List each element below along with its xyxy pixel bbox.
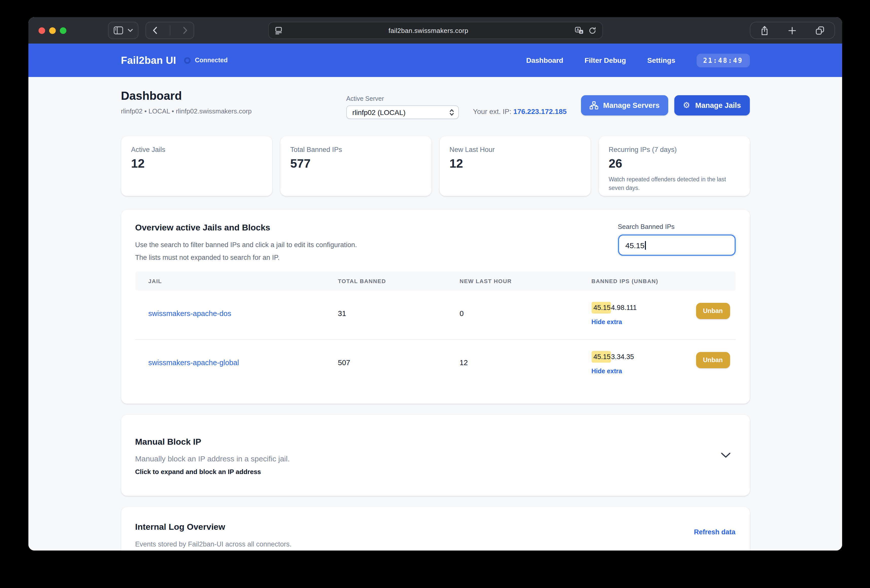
browser-window: fail2ban.swissmakers.corp A a bbox=[28, 17, 842, 551]
page-format-icon[interactable] bbox=[274, 27, 282, 34]
sidebar-icon[interactable] bbox=[113, 26, 123, 34]
table-row: swissmakers-apache-global 507 12 45.153.… bbox=[135, 340, 735, 389]
translate-icon[interactable]: A a bbox=[575, 27, 583, 34]
nav-filter-debug[interactable]: Filter Debug bbox=[585, 56, 626, 64]
new-last-hour-value: 12 bbox=[460, 352, 591, 375]
stat-card-total-banned: Total Banned IPs 577 bbox=[280, 136, 431, 196]
manual-block-card[interactable]: Manual Block IP Manually block an IP add… bbox=[121, 415, 749, 496]
total-banned-value: 507 bbox=[338, 352, 460, 375]
refresh-data-link[interactable]: Refresh data bbox=[694, 528, 735, 536]
page-title-block: Dashboard rlinfp02 • LOCAL • rlinfp02.sw… bbox=[121, 89, 252, 115]
page-title: Dashboard bbox=[121, 89, 252, 103]
address-bar[interactable]: fail2ban.swissmakers.corp A a bbox=[268, 22, 603, 39]
manage-servers-button[interactable]: Manage Servers bbox=[581, 95, 668, 116]
status-label: Connected bbox=[195, 57, 228, 64]
browser-titlebar: fail2ban.swissmakers.corp A a bbox=[28, 17, 842, 43]
new-tab-icon[interactable] bbox=[788, 27, 796, 34]
reload-icon[interactable] bbox=[588, 27, 596, 34]
top-navigation: Dashboard Filter Debug Settings 21:48:49 bbox=[526, 53, 749, 67]
overview-description-2: The lists must not expanded to search fo… bbox=[135, 254, 357, 261]
jails-table: JAIL TOTAL BANNED NEW LAST HOUR BANNED I… bbox=[135, 272, 735, 389]
stat-label: Recurring IPs (7 days) bbox=[609, 146, 739, 153]
window-controls bbox=[39, 27, 66, 34]
overview-title: Overview active Jails and Blocks bbox=[135, 223, 357, 233]
unban-button[interactable]: Unban bbox=[696, 352, 730, 368]
overview-text-block: Overview active Jails and Blocks Use the… bbox=[135, 223, 357, 261]
stat-cards-row: Active Jails 12 Total Banned IPs 577 New… bbox=[121, 136, 749, 196]
history-nav-group bbox=[146, 22, 194, 39]
jail-link[interactable]: swissmakers-apache-dos bbox=[148, 309, 231, 318]
connection-status: Connected bbox=[184, 57, 228, 64]
sitemap-icon bbox=[589, 101, 598, 109]
sidebar-toggle-group[interactable] bbox=[108, 22, 139, 39]
col-total-banned: TOTAL BANNED bbox=[338, 278, 460, 284]
hide-extra-link[interactable]: Hide extra bbox=[591, 368, 622, 375]
stat-card-active-jails: Active Jails 12 bbox=[121, 136, 272, 196]
ip-rest: 3.34.35 bbox=[611, 353, 634, 361]
ip-highlight: 45.15 bbox=[591, 351, 611, 362]
expand-chevron-down-icon[interactable] bbox=[721, 453, 730, 458]
unban-button[interactable]: Unban bbox=[696, 303, 730, 319]
page-content: Dashboard rlinfp02 • LOCAL • rlinfp02.sw… bbox=[28, 77, 842, 551]
gear-icon: ⚙ bbox=[683, 101, 690, 109]
select-stepper-icon bbox=[449, 108, 454, 116]
col-banned-ips: BANNED IPS (UNBAN) bbox=[591, 278, 696, 284]
manual-block-title: Manual Block IP bbox=[135, 437, 735, 447]
nav-settings[interactable]: Settings bbox=[647, 56, 675, 64]
page-subtitle: rlinfp02 • LOCAL • rlinfp02.swissmakers.… bbox=[121, 107, 252, 115]
search-value: 45.15 bbox=[626, 241, 644, 249]
stat-card-recurring-ips: Recurring IPs (7 days) 26 Watch repeated… bbox=[599, 136, 749, 196]
stat-note: Watch repeated offenders detected in the… bbox=[609, 175, 739, 192]
hide-extra-link[interactable]: Hide extra bbox=[591, 319, 622, 326]
header-clock: 21:48:49 bbox=[697, 53, 749, 67]
active-server-group: Active Server rlinfp02 (LOCAL) bbox=[346, 95, 459, 119]
banned-ips-cell: 45.154.98.111 Hide extra bbox=[591, 303, 690, 326]
total-banned-value: 31 bbox=[338, 303, 460, 326]
banned-ip: 45.153.34.35 bbox=[591, 352, 690, 361]
overview-description-1: Use the search to filter banned IPs and … bbox=[135, 241, 357, 249]
banned-ips-cell: 45.153.34.35 Hide extra bbox=[591, 352, 690, 375]
stat-value: 12 bbox=[131, 156, 262, 171]
banned-ip: 45.154.98.111 bbox=[591, 303, 690, 312]
manage-jails-label: Manage Jails bbox=[695, 101, 741, 109]
manual-block-subtitle: Manually block an IP address in a specif… bbox=[135, 454, 735, 463]
jail-link[interactable]: swissmakers-apache-global bbox=[148, 359, 239, 367]
sidebar-chevron-down-icon[interactable] bbox=[128, 29, 133, 32]
external-ip: Your ext. IP: 176.223.172.185 bbox=[473, 107, 567, 116]
manage-jails-button[interactable]: ⚙ Manage Jails bbox=[674, 95, 749, 116]
app-brand: Fail2ban UI bbox=[121, 55, 176, 66]
stat-value: 26 bbox=[609, 156, 739, 171]
status-ring-icon bbox=[184, 57, 191, 64]
external-ip-value: 176.223.172.185 bbox=[513, 107, 566, 116]
active-server-select[interactable]: rlinfp02 (LOCAL) bbox=[346, 105, 459, 119]
tab-overview-icon[interactable] bbox=[816, 26, 825, 35]
minimize-window-button[interactable] bbox=[49, 27, 56, 34]
internal-log-card: Internal Log Overview Refresh data Event… bbox=[121, 507, 749, 551]
stat-value: 577 bbox=[290, 156, 421, 171]
close-window-button[interactable] bbox=[39, 27, 45, 34]
table-header-row: JAIL TOTAL BANNED NEW LAST HOUR BANNED I… bbox=[135, 272, 735, 291]
stat-label: Total Banned IPs bbox=[290, 146, 421, 153]
manual-block-hint: Click to expand and block an IP address bbox=[135, 468, 735, 475]
col-jail: JAIL bbox=[135, 278, 338, 284]
stat-value: 12 bbox=[450, 156, 580, 171]
stat-label: Active Jails bbox=[131, 146, 262, 153]
back-button[interactable] bbox=[152, 27, 157, 34]
search-banned-ips-input[interactable]: 45.15 bbox=[618, 235, 735, 256]
app-header: Fail2ban UI Connected Dashboard Filter D… bbox=[28, 43, 842, 77]
table-row: swissmakers-apache-dos 31 0 45.154.98.11… bbox=[135, 291, 735, 340]
toolbar-right-group bbox=[750, 22, 835, 39]
search-block: Search Banned IPs 45.15 bbox=[618, 223, 735, 256]
page-controls: Active Server rlinfp02 (LOCAL) bbox=[346, 95, 749, 119]
share-icon[interactable] bbox=[760, 25, 768, 35]
forward-button[interactable] bbox=[183, 27, 187, 34]
active-server-label: Active Server bbox=[346, 95, 459, 102]
ip-highlight: 45.15 bbox=[591, 302, 611, 313]
search-label: Search Banned IPs bbox=[618, 223, 735, 230]
stat-card-new-last-hour: New Last Hour 12 bbox=[439, 136, 590, 196]
nav-dashboard[interactable]: Dashboard bbox=[526, 56, 563, 64]
col-new-last-hour: NEW LAST HOUR bbox=[460, 278, 591, 284]
url-text: fail2ban.swissmakers.corp bbox=[282, 27, 575, 34]
text-caret bbox=[645, 241, 646, 249]
fullscreen-window-button[interactable] bbox=[60, 27, 66, 34]
